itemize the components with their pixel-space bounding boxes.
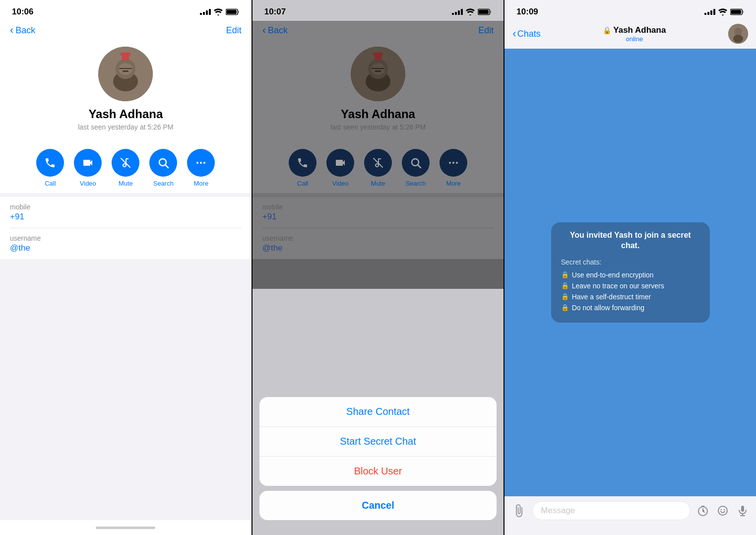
svg-point-42	[718, 506, 727, 515]
back-button-1[interactable]: ‹ Back	[10, 24, 35, 37]
search-label-1: Search	[153, 180, 174, 187]
battery-icon-2	[478, 8, 492, 15]
chat-avatar-image	[728, 24, 748, 44]
svg-rect-18	[491, 10, 492, 13]
timer-button[interactable]	[695, 503, 710, 518]
bubble-item-text-4: Do not allow forwarding	[572, 304, 644, 312]
bubble-item-2: 🔒 Leave no trace on our servers	[561, 282, 700, 290]
video-label-1: Video	[80, 180, 96, 187]
time-3: 10:09	[516, 7, 538, 17]
more-button-1[interactable]: More	[187, 149, 215, 187]
mute-icon	[120, 157, 131, 169]
wifi-icon-2	[466, 8, 475, 15]
nav-bar-1: ‹ Back Edit	[0, 21, 252, 42]
svg-rect-7	[121, 53, 130, 56]
home-bar-1	[96, 527, 155, 529]
chat-contact-name-text: Yash Adhana	[613, 25, 666, 35]
status-bar-3: 10:09	[504, 0, 756, 21]
share-contact-button[interactable]: Share Contact	[259, 397, 497, 427]
message-input-3[interactable]: Message	[532, 501, 691, 520]
lock-icon-3: 🔒	[561, 293, 569, 300]
screen-2: 10:07 ‹ Back Edit	[252, 0, 504, 535]
call-icon-circle	[36, 149, 64, 177]
svg-rect-19	[479, 10, 489, 14]
mobile-label-1: mobile	[10, 203, 242, 211]
video-icon	[82, 157, 94, 169]
svg-rect-45	[741, 506, 744, 512]
back-arrow-icon: ‹	[10, 24, 13, 37]
separator-1	[0, 193, 252, 197]
signal-icon	[200, 9, 211, 15]
nav-bar-3: ‹ Chats 🔒 Yash Adhana online	[504, 21, 756, 49]
info-row-mobile-1: mobile +91	[10, 197, 242, 228]
battery-icon	[226, 8, 240, 15]
call-button-1[interactable]: Call	[36, 149, 64, 187]
video-icon-circle	[74, 149, 102, 177]
cancel-button[interactable]: Cancel	[259, 491, 497, 520]
input-bar-3: Message	[504, 496, 756, 535]
attach-button[interactable]	[510, 502, 527, 519]
bubble-item-text-1: Use end-to-end encryption	[572, 271, 654, 279]
bubble-item-1: 🔒 Use end-to-end encryption	[561, 271, 700, 279]
search-icon-1	[157, 157, 169, 169]
contact-status-1: last seen yesterday at 5:26 PM	[78, 123, 173, 131]
chat-avatar-3[interactable]	[728, 24, 748, 44]
input-icons-3	[695, 503, 750, 518]
action-row-1: Call Video Mute Search M	[0, 141, 252, 193]
svg-rect-1	[238, 10, 239, 13]
chat-contact-name: 🔒 Yash Adhana	[603, 25, 666, 35]
call-icon	[44, 157, 56, 169]
bubble-title: You invited Yash to join a secret chat.	[561, 230, 700, 251]
timer-icon	[697, 505, 709, 517]
chats-back-button[interactable]: ‹ Chats	[512, 27, 540, 40]
bubble-subtitle: Secret chats:	[561, 258, 700, 266]
more-label-1: More	[194, 180, 209, 187]
svg-point-14	[196, 162, 198, 164]
bubble-item-text-3: Have a self-destruct timer	[572, 293, 651, 301]
mute-button-1[interactable]: Mute	[112, 149, 139, 187]
grey-fill-1	[0, 259, 252, 520]
time-1: 10:06	[12, 7, 33, 17]
svg-rect-36	[731, 10, 741, 14]
lock-icon-nav: 🔒	[603, 26, 611, 34]
video-button-1[interactable]: Video	[74, 149, 102, 187]
screen2-profile-wrapper: ‹ Back Edit Yash Adhana last se	[252, 21, 504, 289]
wifi-icon	[214, 8, 223, 15]
start-secret-chat-button[interactable]: Start Secret Chat	[259, 427, 497, 457]
status-icons-1	[200, 8, 240, 15]
svg-point-39	[733, 35, 743, 43]
screen-1: 10:06 ‹ Back Edit	[0, 0, 252, 535]
screen-3: 10:09 ‹ Chats 🔒	[504, 0, 756, 535]
bubble-item-3: 🔒 Have a self-destruct timer	[561, 293, 700, 301]
action-sheet-container: Share Contact Start Secret Chat Block Us…	[252, 397, 504, 535]
bubble-item-text-2: Leave no trace on our servers	[572, 282, 664, 290]
svg-point-44	[724, 509, 725, 510]
edit-button-1[interactable]: Edit	[226, 25, 242, 36]
chats-back-label: Chats	[517, 29, 541, 39]
sticker-button[interactable]	[715, 503, 730, 518]
secret-chat-bubble: You invited Yash to join a secret chat. …	[551, 222, 710, 323]
info-rows-1: mobile +91 username @the	[0, 197, 252, 259]
username-value-1[interactable]: @the	[10, 243, 242, 253]
battery-icon-3	[730, 8, 744, 15]
svg-rect-41	[701, 506, 704, 507]
svg-rect-35	[743, 10, 744, 13]
signal-icon-2	[452, 9, 463, 15]
username-label-1: username	[10, 234, 242, 242]
block-user-button[interactable]: Block User	[259, 457, 497, 486]
lock-icon-2: 🔒	[561, 282, 569, 289]
svg-line-13	[166, 165, 169, 168]
chat-contact-info: 🔒 Yash Adhana online	[545, 25, 724, 43]
microphone-button[interactable]	[735, 503, 750, 518]
search-button-1[interactable]: Search	[149, 149, 177, 187]
bubble-item-4: 🔒 Do not allow forwarding	[561, 304, 700, 312]
mobile-value-1[interactable]: +91	[10, 212, 242, 222]
svg-rect-10	[123, 70, 128, 72]
message-placeholder: Message	[541, 506, 575, 516]
contact-name-1: Yash Adhana	[88, 107, 163, 121]
status-bar-2: 10:07	[252, 0, 504, 21]
status-icons-3	[704, 8, 744, 15]
status-bar-1: 10:06	[0, 0, 252, 21]
more-icon-1	[195, 157, 207, 169]
avatar-image-1	[98, 47, 153, 101]
